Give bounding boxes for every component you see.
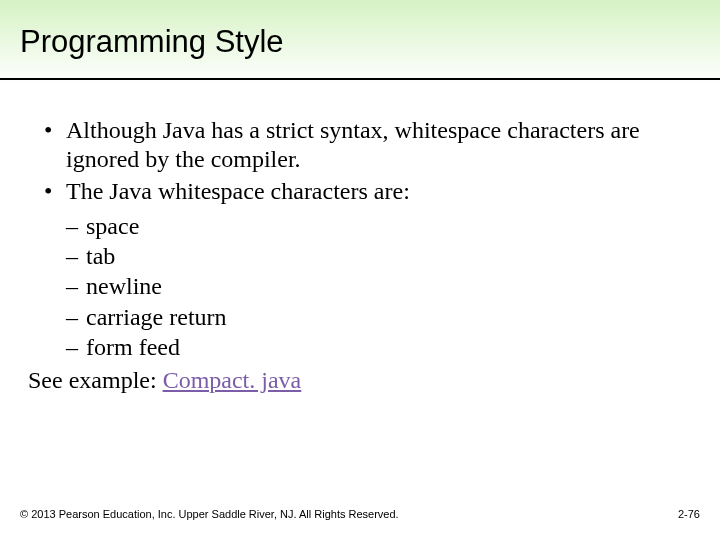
example-link[interactable]: Compact. java <box>163 367 302 393</box>
sub-list: space tab newline carriage return form f… <box>66 212 692 362</box>
bullet-item: The Java whitespace characters are: <box>44 177 692 206</box>
see-example-prefix: See example: <box>28 367 163 393</box>
footer: © 2013 Pearson Education, Inc. Upper Sad… <box>20 508 700 520</box>
header-band: Programming Style <box>0 0 720 84</box>
bullet-item: Although Java has a strict syntax, white… <box>44 116 692 175</box>
sub-item: tab <box>66 242 692 271</box>
title-underline <box>0 78 720 80</box>
sub-item: space <box>66 212 692 241</box>
sub-item: carriage return <box>66 303 692 332</box>
copyright-text: © 2013 Pearson Education, Inc. Upper Sad… <box>20 508 399 520</box>
slide-content: Although Java has a strict syntax, white… <box>0 84 720 395</box>
sub-item: form feed <box>66 333 692 362</box>
sub-item: newline <box>66 272 692 301</box>
page-number: 2-76 <box>678 508 700 520</box>
slide-title: Programming Style <box>20 24 700 60</box>
see-example-line: See example: Compact. java <box>28 366 692 395</box>
bullet-list: Although Java has a strict syntax, white… <box>44 116 692 206</box>
